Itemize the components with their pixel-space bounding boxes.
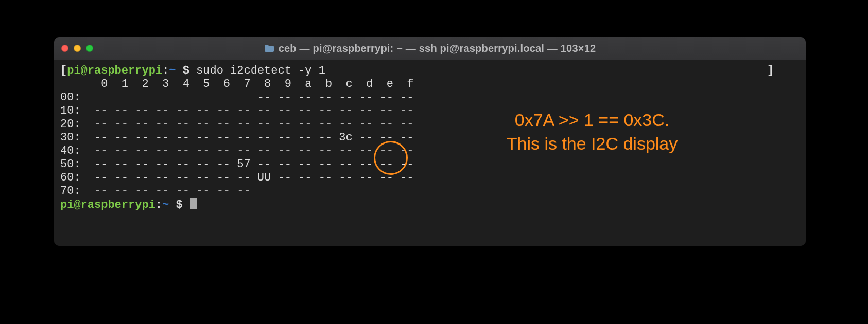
prompt-cwd: ~ [169,64,176,77]
prompt2-dollar: $ [169,199,189,211]
prompt2-colon: : [155,199,162,211]
prompt-close-bracket-spacer [325,64,767,77]
prompt-dollar: $ [176,64,196,77]
prompt-open-bracket: [ [60,64,67,77]
prompt-colon: : [162,64,169,77]
cursor [190,198,197,209]
terminal-window: ceb — pi@raspberrypi: ~ — ssh pi@raspber… [54,37,806,246]
prompt2-user-host: pi@raspberrypi [60,199,155,211]
minimize-button[interactable] [74,45,81,52]
window-title-wrap: ceb — pi@raspberrypi: ~ — ssh pi@raspber… [54,43,806,55]
prompt-close-bracket: ] [767,64,774,77]
window-title: ceb — pi@raspberrypi: ~ — ssh pi@raspber… [279,43,596,55]
command-text: sudo i2cdetect -y 1 [196,64,325,77]
stage: ceb — pi@raspberrypi: ~ — ssh pi@raspber… [0,0,868,324]
prompt-user-host: pi@raspberrypi [67,64,162,77]
prompt2-cwd: ~ [162,199,169,211]
close-button[interactable] [61,45,68,52]
terminal-body[interactable]: [pi@raspberrypi:~ $ sudo i2cdetect -y 1 … [54,60,806,246]
zoom-button[interactable] [86,45,93,52]
folder-icon [264,44,274,52]
i2c-rows: 00: -- -- -- -- -- -- -- -- 10: -- -- --… [60,91,414,197]
traffic-lights [61,45,93,52]
i2c-header-row: 0 1 2 3 4 5 6 7 8 9 a b c d e f [60,78,414,91]
titlebar[interactable]: ceb — pi@raspberrypi: ~ — ssh pi@raspber… [54,37,806,60]
